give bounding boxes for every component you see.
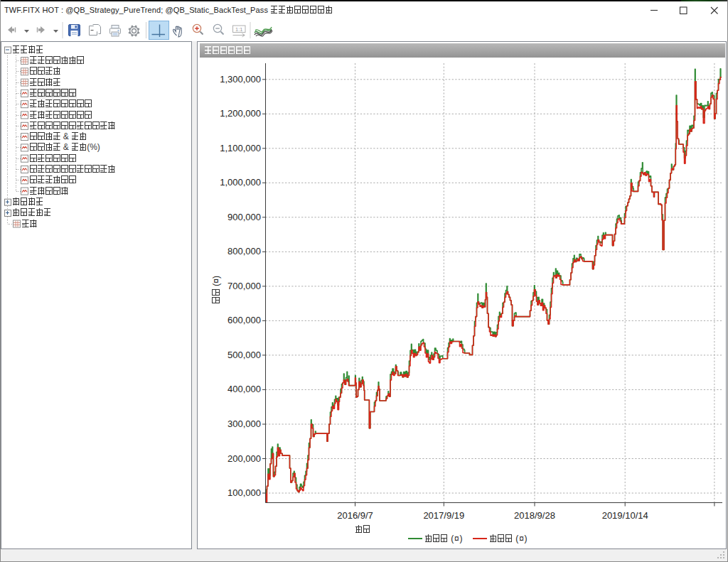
svg-text:1:1: 1:1 <box>235 26 242 33</box>
